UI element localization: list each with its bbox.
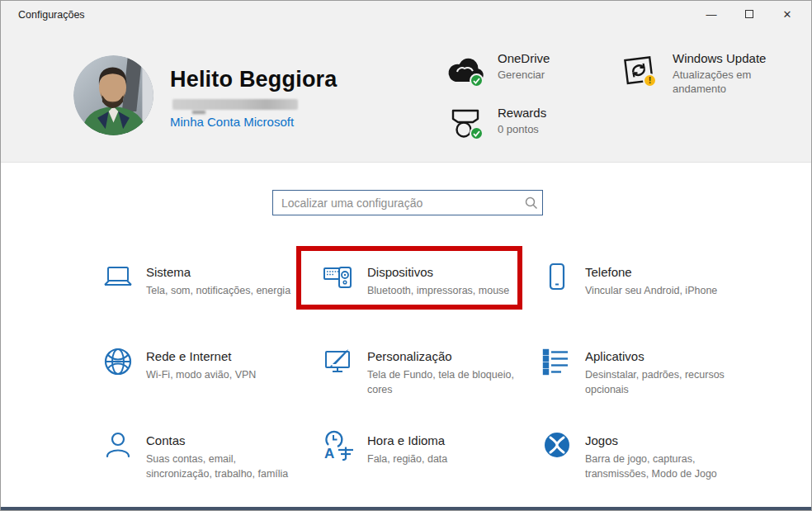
tile-title: Rede e Internet xyxy=(146,344,256,363)
windows-update-subtitle: Atualizações em andamento xyxy=(673,69,796,97)
tile-sistema[interactable]: Sistema Tela, som, notificações, energia xyxy=(100,260,308,298)
devices-icon xyxy=(321,260,357,296)
close-button[interactable]: ✕ xyxy=(768,1,806,27)
tile-aplicativos[interactable]: Aplicativos Desinstalar, padrões, recurs… xyxy=(539,344,747,397)
maximize-icon xyxy=(745,10,753,18)
close-icon: ✕ xyxy=(783,8,792,21)
rewards-title: Rewards xyxy=(498,106,621,120)
redacted-email-smudge xyxy=(192,111,205,114)
minimize-icon: — xyxy=(706,8,717,21)
tile-subtitle: Tela de Fundo, tela de bloqueio, cores xyxy=(367,367,514,397)
tile-subtitle: Suas contas, email, sincronização, traba… xyxy=(146,452,288,481)
tile-subtitle: Vincular seu Android, iPhone xyxy=(585,283,717,298)
windows-update-title: Windows Update xyxy=(673,51,796,65)
redacted-email xyxy=(172,99,298,110)
onedrive-subtitle: Gerenciar xyxy=(498,69,621,83)
onedrive-check-badge xyxy=(470,73,484,88)
search-icon[interactable] xyxy=(521,196,542,210)
rewards-check-badge xyxy=(470,126,484,140)
tile-title: Telefone xyxy=(585,260,717,279)
tile-title: Contas xyxy=(146,428,288,447)
exclamation-icon: ! xyxy=(649,76,652,85)
tile-telefone[interactable]: Telefone Vincular seu Android, iPhone xyxy=(539,260,747,298)
person-icon xyxy=(100,428,136,465)
tile-personalizacao[interactable]: Personalização Tela de Fundo, tela de bl… xyxy=(321,344,529,397)
bottom-bar xyxy=(1,507,811,510)
header: Configurações — ✕ xyxy=(1,1,811,163)
tile-jogos[interactable]: Jogos Barra de jogo, capturas, transmiss… xyxy=(539,428,747,481)
avatar[interactable] xyxy=(73,55,153,135)
search-input[interactable] xyxy=(273,196,521,210)
phone-icon xyxy=(539,260,575,296)
laptop-icon xyxy=(100,260,136,296)
avatar-photo xyxy=(73,55,153,135)
maximize-button[interactable] xyxy=(730,1,768,27)
microsoft-account-link[interactable]: Minha Conta Microsoft xyxy=(170,115,294,129)
rewards-subtitle: 0 pontos xyxy=(498,123,621,137)
minimize-button[interactable]: — xyxy=(692,1,730,27)
window-title: Configurações xyxy=(18,9,85,21)
tile-hora-idioma[interactable]: A Hora e Idioma Fala, região, data xyxy=(321,428,529,466)
tile-subtitle: Barra de jogo, capturas, transmissões, M… xyxy=(585,452,717,481)
tile-contas[interactable]: Contas Suas contas, email, sincronização… xyxy=(100,428,308,481)
tile-title: Hora e Idioma xyxy=(367,428,447,447)
tile-rede-internet[interactable]: Rede e Internet Wi-Fi, modo avião, VPN xyxy=(100,344,308,382)
tile-title: Dispositivos xyxy=(367,260,509,279)
tile-title: Personalização xyxy=(367,344,514,363)
windows-update-icon xyxy=(621,54,661,93)
apps-list-icon xyxy=(539,344,575,381)
settings-window: Configurações — ✕ xyxy=(0,0,812,511)
windows-update-warning-badge: ! xyxy=(643,73,657,88)
caption-buttons: — ✕ xyxy=(692,1,806,27)
tile-subtitle: Desinstalar, padrões, recursos opcionais xyxy=(585,367,725,397)
globe-icon xyxy=(100,344,136,381)
xbox-icon xyxy=(539,428,575,465)
search-box[interactable] xyxy=(272,190,543,215)
tile-subtitle: Tela, som, notificações, energia xyxy=(146,283,290,298)
tile-subtitle: Bluetooth, impressoras, mouse xyxy=(367,283,509,298)
user-name: Helito Beggiora xyxy=(170,67,338,92)
tile-dispositivos[interactable]: Dispositivos Bluetooth, impressoras, mou… xyxy=(321,260,529,298)
svg-text:A: A xyxy=(324,446,334,461)
tile-title: Jogos xyxy=(585,428,717,447)
tile-title: Sistema xyxy=(146,260,290,279)
personalization-icon xyxy=(321,344,357,381)
clock-language-icon: A xyxy=(321,428,357,465)
tile-subtitle: Wi-Fi, modo avião, VPN xyxy=(146,367,256,382)
tile-title: Aplicativos xyxy=(585,344,725,363)
tile-subtitle: Fala, região, data xyxy=(367,452,447,466)
onedrive-title: OneDrive xyxy=(498,51,621,65)
